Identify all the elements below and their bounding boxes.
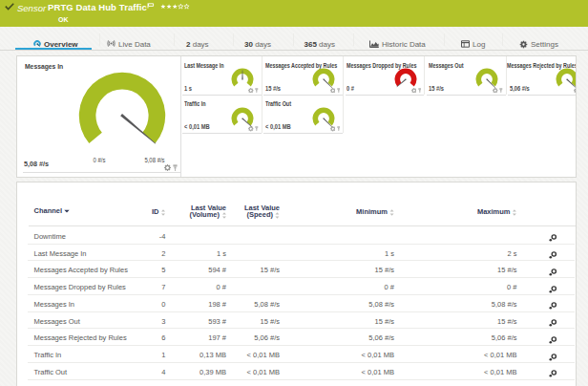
tab-365-days[interactable]: 365 days xyxy=(304,40,335,51)
tab-overview[interactable]: Overview xyxy=(33,40,78,51)
cell-last-value-speed: 5,06 #/s xyxy=(254,333,280,342)
cell-channel: Messages Rejected by Rules xyxy=(34,333,127,342)
mini-cell-divider xyxy=(346,95,425,96)
mini-gauge-value: 15 #/s xyxy=(265,85,281,92)
channel-settings-icon[interactable] xyxy=(547,315,558,326)
mini-cell-divider xyxy=(182,133,262,134)
tab-separator xyxy=(293,33,294,46)
tab-2-days[interactable]: 2 days xyxy=(186,40,209,51)
cell-divider xyxy=(424,56,425,95)
table-row[interactable]: Traffic In10,13 MB< 0,01 MB< 0,01 MB< 0,… xyxy=(17,346,576,363)
gauge-pin-icon[interactable] xyxy=(255,88,259,93)
cell-channel: Messages In xyxy=(34,300,75,309)
gauge-settings-icon[interactable] xyxy=(493,88,498,94)
row-divider xyxy=(28,379,575,380)
chart-icon xyxy=(369,40,379,48)
sort-icon[interactable] xyxy=(389,209,394,216)
channel-settings-icon[interactable] xyxy=(547,366,558,376)
cell-last-value-volume: 0,13 MB xyxy=(200,351,226,359)
flag-icon[interactable] xyxy=(147,3,155,9)
cell-divider xyxy=(262,56,262,133)
column-header-id[interactable]: ID xyxy=(152,208,166,216)
gauge-pin-icon[interactable] xyxy=(173,164,178,171)
gauge-settings-icon[interactable] xyxy=(330,126,336,132)
cell-minimum: < 0,01 MB xyxy=(362,368,394,376)
mini-cell-divider xyxy=(508,95,577,96)
tab-separator xyxy=(444,33,445,46)
tab-label: Historic Data xyxy=(382,40,426,49)
cell-minimum: 1 s xyxy=(385,249,394,258)
column-header-last-value-speed[interactable]: Last Value(Speed) xyxy=(244,204,280,219)
gauge-settings-icon[interactable] xyxy=(248,88,254,94)
tab-log[interactable]: Log xyxy=(461,40,485,51)
tab-label: 30 days xyxy=(244,40,271,49)
tab-label: Overview xyxy=(44,40,78,49)
sort-icon[interactable] xyxy=(161,209,166,216)
tab-label: 2 days xyxy=(186,40,209,49)
table-row[interactable]: Messages Out3593 #15 #/s15 #/s15 #/s xyxy=(17,312,576,330)
table-row[interactable]: Last Message In21 s1 s2 s xyxy=(17,245,576,262)
mini-gauge-value: 5,06 #/s xyxy=(510,85,530,92)
cell-id: 1 xyxy=(161,351,165,359)
gauge-settings-icon[interactable] xyxy=(164,164,171,171)
cell-maximum: 5,06 #/s xyxy=(492,333,517,342)
column-header-maximum[interactable]: Maximum xyxy=(477,208,517,216)
channel-settings-icon[interactable] xyxy=(547,247,558,258)
table-row[interactable]: Messages Dropped by Rules70 #0 #0 # xyxy=(17,278,576,295)
gauge-settings-icon[interactable] xyxy=(574,88,578,94)
table-row[interactable]: Downtime-4 xyxy=(17,227,576,245)
gauges-panel: Messages In0 #/s5,08 #/s5,08 #/sLast Mes… xyxy=(16,55,577,178)
cell-id: 4 xyxy=(161,368,165,376)
cell-last-value-speed: < 0,01 MB xyxy=(247,368,280,376)
channel-settings-icon[interactable] xyxy=(547,332,558,343)
tab-separator xyxy=(174,33,175,46)
cell-channel: Messages Out xyxy=(34,317,80,326)
gauge-settings-icon[interactable] xyxy=(248,126,254,132)
main-gauge-value: 5,08 #/s xyxy=(24,160,49,168)
column-header-last-value-volume[interactable]: Last Value(Volume) xyxy=(189,204,226,219)
channel-settings-icon[interactable] xyxy=(547,265,558,275)
gauge-pin-icon[interactable] xyxy=(255,126,259,131)
tab-label: 365 days xyxy=(304,40,335,49)
channel-settings-icon[interactable] xyxy=(547,230,558,241)
priority-stars[interactable] xyxy=(160,4,191,10)
main-panel-divider xyxy=(23,172,180,173)
table-row[interactable]: Traffic Out40,39 MB< 0,01 MB< 0,01 MB< 0… xyxy=(17,363,576,380)
sort-icon[interactable] xyxy=(221,212,226,219)
gauge-pin-icon[interactable] xyxy=(337,126,341,131)
tab-30-days[interactable]: 30 days xyxy=(244,40,271,51)
gauge-pin-icon[interactable] xyxy=(337,88,341,93)
cell-maximum: 15 #/s xyxy=(497,317,516,326)
tab-settings[interactable]: Settings xyxy=(519,40,558,51)
tab-live-data[interactable]: Live Data xyxy=(107,40,151,51)
gauge-pin-icon[interactable] xyxy=(418,88,422,93)
channel-settings-icon[interactable] xyxy=(547,282,558,292)
table-row[interactable]: Messages In0198 #5,08 #/s5,08 #/s5,08 #/… xyxy=(17,295,576,312)
channel-settings-icon[interactable] xyxy=(547,298,558,309)
tab-label: Log xyxy=(472,40,485,49)
cell-maximum: 2 s xyxy=(507,249,516,258)
mini-cell-divider xyxy=(182,95,262,96)
cell-id: 0 xyxy=(161,300,165,309)
channel-settings-icon[interactable] xyxy=(547,350,558,360)
cell-last-value-speed: 15 #/s xyxy=(261,317,280,326)
gauge-settings-icon[interactable] xyxy=(330,88,336,94)
cell-last-value-volume: 197 # xyxy=(208,333,226,342)
table-row[interactable]: Messages Accepted by Rules5594 #15 #/s15… xyxy=(17,261,576,278)
cell-id: 3 xyxy=(161,317,165,326)
gauge-pin-icon[interactable] xyxy=(499,88,503,93)
sort-icon[interactable] xyxy=(275,212,280,219)
gauge-min-label: 0 #/s xyxy=(93,157,105,163)
mini-gauge-title: Traffic In xyxy=(184,100,205,107)
tab-separator xyxy=(502,33,503,46)
column-header-minimum[interactable]: Minimum xyxy=(356,208,394,216)
cell-last-value-volume: 0,39 MB xyxy=(200,368,226,376)
table-row[interactable]: Messages Rejected by Rules6197 #5,06 #/s… xyxy=(17,329,576,346)
cell-minimum: < 0,01 MB xyxy=(362,351,394,359)
tab-historic-data[interactable]: Historic Data xyxy=(369,40,426,51)
sort-icon[interactable] xyxy=(513,209,517,216)
column-header-channel[interactable]: Channel xyxy=(34,207,71,214)
gauge-settings-icon[interactable] xyxy=(411,88,417,94)
cell-maximum: 5,08 #/s xyxy=(492,300,517,309)
cell-last-value-volume: 198 # xyxy=(208,300,226,309)
